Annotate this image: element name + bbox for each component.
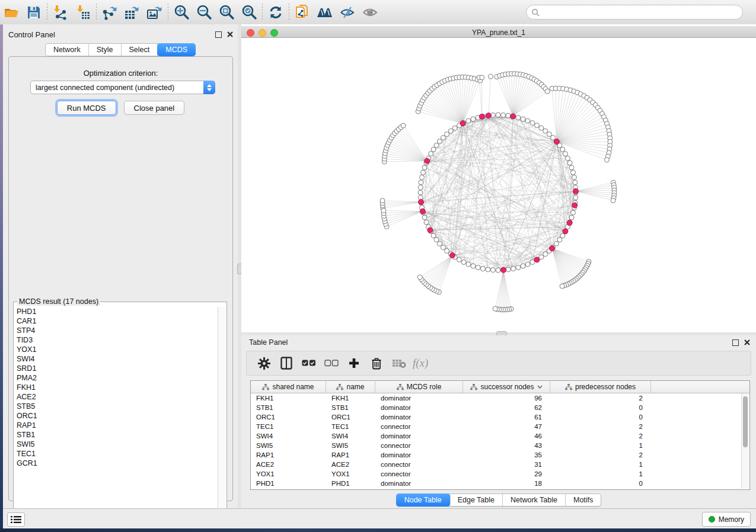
search-input[interactable] — [526, 5, 743, 20]
mcds-result-item[interactable]: RAP1 — [14, 421, 218, 430]
mcds-result-item[interactable]: ACE2 — [14, 392, 218, 402]
binoculars-icon — [316, 5, 334, 20]
import-network-button[interactable] — [49, 2, 72, 23]
column-header-name[interactable]: name — [326, 381, 375, 393]
mcds-result-list[interactable]: PHD1CAR1STP4TID3YOX1SWI4SRD1PMA2FKH1ACE2… — [14, 307, 218, 521]
table-row-FKH1[interactable]: FKH1FKH1dominator962 — [251, 393, 749, 403]
save-session-button[interactable] — [23, 2, 45, 23]
mcds-result-item[interactable]: STB1 — [14, 430, 218, 440]
mcds-result-item[interactable]: SWI5 — [14, 440, 218, 449]
cell: PHD1 — [326, 479, 375, 488]
export-image-button[interactable] — [143, 2, 166, 23]
mcds-result-item[interactable]: PMA2 — [14, 373, 218, 383]
tab-style[interactable]: Style — [89, 44, 122, 56]
memory-button[interactable]: Memory — [702, 512, 751, 527]
export-table-button[interactable] — [121, 2, 143, 23]
show-panels-button[interactable] — [359, 2, 381, 23]
deselect-all-button[interactable] — [321, 353, 342, 373]
cell: ORC1 — [251, 412, 326, 422]
task-history-button[interactable] — [7, 512, 25, 527]
close-panel-button[interactable]: Close panel — [124, 101, 185, 115]
table-settings-button[interactable] — [254, 353, 274, 373]
sort-chevron-icon — [537, 385, 543, 389]
cell: dominator — [375, 479, 463, 488]
import-table-button[interactable] — [72, 2, 94, 23]
mcds-result-item[interactable]: ORC1 — [14, 411, 218, 421]
export-network-button[interactable] — [98, 2, 121, 23]
zoom-in-button[interactable] — [170, 2, 193, 23]
mcds-result-item[interactable]: PHD1 — [14, 307, 218, 316]
refresh-button[interactable] — [264, 2, 287, 23]
float-panel-icon[interactable] — [732, 339, 739, 346]
cell: connector — [375, 460, 463, 469]
cell: PHD1 — [251, 479, 326, 488]
delete-table-button[interactable] — [389, 353, 409, 373]
function-builder-button[interactable]: f(x) — [412, 353, 432, 373]
column-header-predecessor-nodes[interactable]: predecessor nodes — [550, 381, 651, 393]
mcds-result-item[interactable]: STB5 — [14, 402, 218, 411]
table-row-ORC1[interactable]: ORC1ORC1dominator610 — [251, 412, 749, 422]
table-row-SWI4[interactable]: SWI4SWI4dominator462 — [251, 431, 749, 441]
table-row-YOX1[interactable]: YOX1YOX1connector291 — [251, 469, 749, 479]
cell: 29 — [463, 469, 550, 479]
table-scrollbar[interactable] — [741, 393, 749, 489]
close-panel-icon[interactable] — [227, 31, 233, 37]
tab-select[interactable]: Select — [122, 44, 158, 56]
table-row-RAP1[interactable]: RAP1RAP1dominator352 — [251, 450, 749, 460]
find-button[interactable] — [314, 2, 336, 23]
mcds-result-item[interactable]: TEC1 — [14, 449, 218, 459]
mcds-result-item[interactable]: FKH1 — [14, 383, 218, 392]
zoom-fit-button[interactable] — [215, 2, 238, 23]
column-label: predecessor nodes — [575, 383, 636, 391]
scrollbar-thumb[interactable] — [743, 396, 748, 447]
mcds-result-item[interactable]: TID3 — [14, 335, 218, 345]
mcds-result-item[interactable]: SWI4 — [14, 354, 218, 364]
tab-node-table[interactable]: Node Table — [396, 493, 451, 507]
zoom-selected-button[interactable] — [238, 2, 260, 23]
table-row-STB1[interactable]: STB1STB1dominator620 — [251, 403, 749, 412]
cell: dominator — [375, 431, 463, 441]
mcds-result-item[interactable]: YOX1 — [14, 345, 218, 354]
cell: STB1 — [251, 403, 326, 412]
table-row-SWI5[interactable]: SWI5SWI5connector431 — [251, 441, 749, 450]
tab-motifs[interactable]: Motifs — [566, 494, 601, 506]
table-body: FKH1FKH1dominator962STB1STB1dominator620… — [251, 393, 749, 488]
table-row-ACE2[interactable]: ACE2ACE2connector311 — [251, 460, 749, 469]
tab-network-table[interactable]: Network Table — [503, 494, 566, 506]
mcds-result-item[interactable]: CAR1 — [14, 316, 218, 326]
mcds-result-item[interactable]: GCR1 — [14, 459, 218, 468]
mcds-result-scrollbar[interactable] — [218, 307, 226, 521]
toolbar-separator — [168, 4, 168, 21]
column-header-shared-name[interactable]: shared name — [251, 381, 326, 393]
clone-network-button[interactable] — [291, 2, 314, 23]
column-header-MCDS-role[interactable]: MCDS role — [375, 381, 463, 393]
run-mcds-button[interactable]: Run MCDS — [57, 101, 116, 115]
column-header-successor-nodes[interactable]: successor nodes — [463, 381, 550, 393]
column-label: shared name — [272, 383, 314, 391]
mcds-result-item[interactable]: SRD1 — [14, 364, 218, 373]
network-canvas[interactable] — [241, 38, 756, 332]
close-panel-icon[interactable] — [744, 339, 750, 345]
delete-column-button[interactable] — [366, 353, 387, 373]
table-row-TEC1[interactable]: TEC1TEC1connector472 — [251, 422, 749, 431]
zoom-out-button[interactable] — [193, 2, 215, 23]
mcds-result-box: MCDS result (17 nodes) PHD1CAR1STP4TID3Y… — [13, 302, 227, 522]
gear-icon — [258, 357, 270, 370]
add-column-button[interactable] — [344, 353, 364, 373]
network-window-titlebar[interactable]: YPA_prune.txt_1 — [241, 26, 756, 38]
open-file-button[interactable] — [0, 2, 23, 23]
cell: 62 — [463, 403, 550, 412]
tab-edge-table[interactable]: Edge Table — [450, 494, 503, 506]
table-row-PHD1[interactable]: PHD1PHD1dominator180 — [251, 479, 749, 488]
float-panel-icon[interactable] — [215, 31, 222, 38]
toggle-columns-button[interactable] — [276, 353, 296, 373]
attribute-icon — [470, 384, 477, 390]
select-all-button[interactable] — [299, 353, 319, 373]
hide-panels-button[interactable] — [336, 2, 359, 23]
tab-mcds[interactable]: MCDS — [157, 43, 196, 56]
tab-network[interactable]: Network — [46, 44, 89, 56]
optimization-criterion-select[interactable]: largest connected component (undirected) — [30, 81, 215, 94]
cell: TEC1 — [326, 422, 375, 431]
mcds-result-item[interactable]: STP4 — [14, 326, 218, 335]
cell: FKH1 — [251, 393, 326, 403]
